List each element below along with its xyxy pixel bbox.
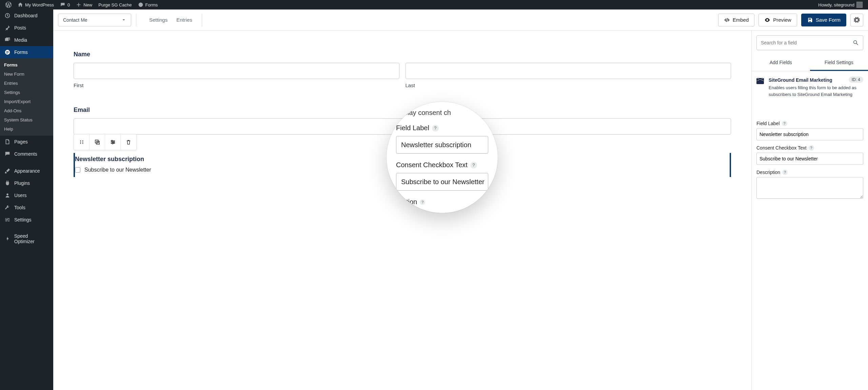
gear-icon [853, 17, 860, 23]
mail-icon [756, 78, 764, 84]
menu-forms[interactable]: Forms [0, 46, 53, 58]
magnifier-overlay: Display consent ch Field Label ? Newslet… [387, 102, 498, 213]
purge-cache[interactable]: Purge SG Cache [96, 0, 134, 9]
name-label: Name [74, 51, 731, 58]
description-input[interactable] [756, 177, 863, 199]
svg-point-0 [138, 3, 143, 7]
new-label: New [83, 2, 92, 7]
last-name-input[interactable] [406, 63, 731, 79]
submenu-addons[interactable]: Add-Ons [0, 106, 53, 115]
pin-icon [4, 24, 11, 31]
user-icon [4, 192, 11, 199]
menu-speed[interactable]: Speed Optimizer [0, 231, 53, 247]
sliders-icon [110, 139, 116, 145]
user-menu[interactable]: Howdy, siteground [815, 0, 865, 9]
svg-point-11 [111, 140, 113, 142]
comments-link[interactable]: 0 [57, 0, 73, 9]
help-icon[interactable]: ? [782, 121, 787, 126]
wordpress-icon [5, 2, 12, 8]
name-field[interactable]: Name First Last [74, 51, 731, 88]
tab-settings[interactable]: Settings [149, 17, 167, 23]
menu-appearance[interactable]: Appearance [0, 165, 53, 177]
menu-users[interactable]: Users [0, 189, 53, 201]
mag-consent-label: Consent Checkbox Text ? [396, 161, 488, 169]
email-label: Email [74, 106, 731, 114]
pages-icon [4, 138, 11, 145]
last-sublabel: Last [406, 82, 731, 88]
chevron-down-icon [121, 18, 126, 22]
svg-point-5 [80, 143, 81, 144]
help-icon: ? [470, 162, 477, 169]
search-icon [853, 40, 859, 46]
mag-field-label-input: Newsletter subscription [396, 136, 488, 154]
menu-plugins[interactable]: Plugins [0, 177, 53, 189]
form-settings-button[interactable] [850, 14, 863, 26]
first-name-input[interactable] [74, 63, 399, 79]
submenu-forms[interactable]: Forms [0, 60, 53, 70]
wrench-icon [4, 204, 11, 211]
forms-adminbar[interactable]: Forms [135, 0, 161, 9]
menu-settings[interactable]: Settings [0, 214, 53, 226]
svg-point-3 [80, 140, 81, 141]
preview-button[interactable]: Preview [758, 14, 797, 26]
wp-logo[interactable] [3, 0, 14, 9]
field-id-badge: ID: 4 [849, 77, 863, 83]
save-button[interactable]: Save Form [801, 14, 846, 26]
drag-icon [79, 139, 84, 145]
forms-icon [138, 2, 143, 7]
help-icon[interactable]: ? [809, 145, 814, 151]
media-icon [4, 37, 11, 43]
howdy-text: Howdy, siteground [818, 2, 854, 7]
block-toolbar [74, 134, 137, 150]
menu-comments[interactable]: Comments [0, 148, 53, 160]
help-icon[interactable]: ? [782, 170, 788, 175]
svg-point-4 [80, 142, 81, 142]
new-link[interactable]: New [73, 0, 95, 9]
tab-entries[interactable]: Entries [176, 17, 192, 23]
save-icon [807, 17, 813, 23]
menu-media[interactable]: Media [0, 34, 53, 46]
menu-posts[interactable]: Posts [0, 22, 53, 34]
form-selector[interactable]: Contact Me [58, 14, 131, 26]
submenu-status[interactable]: System Status [0, 115, 53, 124]
submenu-import[interactable]: Import/Export [0, 97, 53, 106]
forms-submenu: Forms New Form Entries Settings Import/E… [0, 58, 53, 136]
tab-field-settings[interactable]: Field Settings [810, 55, 868, 71]
field-settings-button[interactable] [105, 134, 121, 150]
comment-count: 0 [67, 2, 70, 7]
menu-tools[interactable]: Tools [0, 201, 53, 214]
submenu-help[interactable]: Help [0, 124, 53, 134]
newsletter-checkbox[interactable] [75, 167, 80, 173]
svg-point-8 [82, 143, 83, 144]
consent-text-input[interactable] [756, 153, 863, 165]
eye-icon [764, 17, 770, 23]
help-icon: ? [432, 125, 439, 132]
submenu-new-form[interactable]: New Form [0, 70, 53, 79]
tab-add-fields[interactable]: Add Fields [752, 55, 810, 71]
menu-pages[interactable]: Pages [0, 136, 53, 148]
home-icon [18, 2, 23, 7]
code-icon [724, 17, 730, 23]
embed-button[interactable]: Embed [718, 14, 755, 26]
site-link[interactable]: My WordPress [15, 0, 57, 9]
drag-handle[interactable] [74, 134, 90, 150]
site-name: My WordPress [25, 2, 54, 7]
editor-topbar: Contact Me Settings Entries Embed Previe… [53, 9, 868, 31]
speed-icon [4, 235, 11, 242]
svg-point-14 [854, 41, 857, 44]
field-search[interactable] [756, 35, 863, 50]
svg-point-7 [82, 142, 83, 142]
delete-button[interactable] [121, 134, 136, 150]
submenu-entries[interactable]: Entries [0, 79, 53, 88]
right-panel: Add Fields Field Settings SiteGround Ema… [751, 31, 868, 390]
avatar [856, 2, 863, 8]
field-label-input[interactable] [756, 128, 863, 140]
comments-icon [4, 151, 11, 157]
submenu-settings[interactable]: Settings [0, 88, 53, 97]
search-input[interactable] [761, 40, 853, 45]
duplicate-icon [94, 139, 100, 145]
duplicate-button[interactable] [90, 134, 105, 150]
menu-dashboard[interactable]: Dashboard [0, 9, 53, 22]
first-sublabel: First [74, 82, 399, 88]
admin-sidebar: Dashboard Posts Media Forms Forms New Fo… [0, 9, 53, 390]
